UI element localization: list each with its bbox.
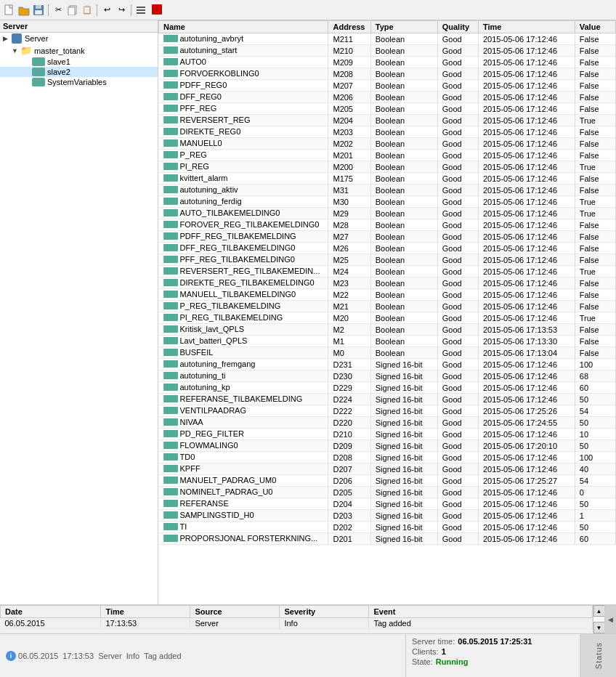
col-header-quality[interactable]: Quality	[437, 21, 478, 33]
cell-name-text: autotuning_ti	[180, 371, 226, 380]
table-row[interactable]: autotuning_ti D230 Signed 16-bit Good 20…	[159, 370, 616, 382]
col-header-time[interactable]: Time	[478, 21, 575, 33]
cell-name-text: TD0	[180, 453, 195, 461]
log-table-wrap[interactable]: Date Time Source Severity Event 06.05.20…	[0, 605, 593, 633]
col-header-value[interactable]: Value	[575, 21, 615, 33]
save-icon[interactable]	[32, 4, 45, 17]
tree-item-slave1[interactable]: ▶ slave1	[0, 57, 158, 67]
table-row[interactable]: autotuning_avbryt M211 Boolean Good 2015…	[159, 33, 616, 45]
cell-name: autotuning_avbryt	[159, 33, 328, 45]
table-row[interactable]: SAMPLINGSTID_H0 D203 Signed 16-bit Good …	[159, 510, 616, 522]
cell-time: 2015-05-06 17:12:46	[478, 359, 575, 370]
log-cell-date: 06.05.2015	[1, 618, 101, 629]
cell-name-text: MANUELL0	[180, 139, 222, 147]
content-area: Name Address Type Quality Time Value aut…	[158, 20, 616, 604]
cell-name-text: autotuning_ferdig	[180, 197, 242, 206]
row-tag-icon	[163, 395, 178, 402]
collapse-btn[interactable]: ◀	[604, 605, 616, 633]
log-col-severity[interactable]: Severity	[280, 606, 369, 618]
table-row[interactable]: autotuning_kp D229 Signed 16-bit Good 20…	[159, 382, 616, 394]
table-row[interactable]: REVERSERT_REG M204 Boolean Good 2015-05-…	[159, 115, 616, 126]
table-row[interactable]: AUTO_TILBAKEMELDING0 M29 Boolean Good 20…	[159, 208, 616, 219]
data-table[interactable]: Name Address Type Quality Time Value aut…	[158, 20, 616, 604]
log-col-source[interactable]: Source	[190, 606, 280, 618]
log-scrollbar[interactable]: ▲ ▼	[593, 605, 604, 633]
table-row[interactable]: PD_REG_FILTER D210 Signed 16-bit Good 20…	[159, 429, 616, 440]
tree-item-systemvariables[interactable]: ▶ SystemVariables	[0, 77, 158, 87]
cell-value: False	[575, 57, 615, 68]
row-tag-icon	[163, 35, 178, 42]
scroll-up-btn[interactable]: ▲	[593, 605, 605, 617]
table-row[interactable]: VENTILPAADRAG D222 Signed 16-bit Good 20…	[159, 405, 616, 417]
col-header-name[interactable]: Name	[159, 21, 328, 33]
table-row[interactable]: FOROVER_REG_TILBAKEMELDING0 M28 Boolean …	[159, 219, 616, 231]
cell-type: Signed 16-bit	[370, 382, 437, 394]
tree-item-server[interactable]: ▶ Server	[0, 33, 158, 44]
cell-name-text: PI_REG	[180, 162, 209, 171]
open-icon[interactable]	[17, 4, 31, 17]
paste-icon[interactable]: 📋	[81, 4, 94, 17]
table-row[interactable]: FORVOERKOBLING0 M208 Boolean Good 2015-0…	[159, 68, 616, 80]
log-col-time[interactable]: Time	[101, 606, 190, 618]
table-row[interactable]: P_REG_TILBAKEMELDING M21 Boolean Good 20…	[159, 301, 616, 312]
table-row[interactable]: kvittert_alarm M175 Boolean Good 2015-05…	[159, 173, 616, 185]
table-row[interactable]: REVERSERT_REG_TILBAKEMEDIN... M24 Boolea…	[159, 266, 616, 277]
table-row[interactable]: REFERANSE_TILBAKEMELDING D224 Signed 16-…	[159, 394, 616, 405]
cell-name-text: kvittert_alarm	[180, 174, 228, 182]
cell-name: autotuning_fremgang	[159, 359, 328, 370]
table-row[interactable]: MANUELL_TILBAKEMELDING0 M22 Boolean Good…	[159, 289, 616, 301]
cell-type: Signed 16-bit	[370, 370, 437, 382]
tree-item-master-totank[interactable]: ▼ 📁 master_totank	[0, 44, 158, 57]
log-col-event[interactable]: Event	[369, 606, 593, 618]
table-row[interactable]: PDFF_REG0 M207 Boolean Good 2015-05-06 1…	[159, 80, 616, 92]
table-row[interactable]: MANUELL0 M202 Boolean Good 2015-05-06 17…	[159, 138, 616, 150]
undo-icon[interactable]: ↩	[100, 4, 113, 17]
table-row[interactable]: MANUELT_PADRAG_UM0 D206 Signed 16-bit Go…	[159, 475, 616, 487]
table-row[interactable]: DFF_REG0 M206 Boolean Good 2015-05-06 17…	[159, 92, 616, 103]
cell-name-text: NOMINELT_PADRAG_U0	[180, 487, 273, 496]
table-row[interactable]: P_REG M201 Boolean Good 2015-05-06 17:12…	[159, 150, 616, 161]
options-icon[interactable]	[134, 4, 147, 17]
scroll-down-btn[interactable]: ▼	[593, 622, 605, 633]
table-row[interactable]: KPFF D207 Signed 16-bit Good 2015-05-06 …	[159, 463, 616, 475]
table-row[interactable]: Kritisk_lavt_QPLS M2 Boolean Good 2015-0…	[159, 324, 616, 336]
table-row[interactable]: TI D202 Signed 16-bit Good 2015-05-06 17…	[159, 522, 616, 533]
table-row[interactable]: PDFF_REG_TILBAKEMELDING M27 Boolean Good…	[159, 231, 616, 243]
tree-item-slave2[interactable]: ▶ slave2	[0, 67, 158, 77]
table-row[interactable]: PFF_REG M205 Boolean Good 2015-05-06 17:…	[159, 103, 616, 115]
redo-icon[interactable]: ↪	[115, 4, 128, 17]
table-row[interactable]: Lavt_batteri_QPLS M1 Boolean Good 2015-0…	[159, 336, 616, 347]
cell-quality: Good	[437, 382, 478, 394]
table-row[interactable]: autotuning_aktiv M31 Boolean Good 2015-0…	[159, 185, 616, 196]
new-icon[interactable]	[3, 4, 16, 17]
table-row[interactable]: NOMINELT_PADRAG_U0 D205 Signed 16-bit Go…	[159, 487, 616, 498]
table-row[interactable]: DFF_REG_TILBAKEMELDING0 M26 Boolean Good…	[159, 243, 616, 254]
table-row[interactable]: REFERANSE D204 Signed 16-bit Good 2015-0…	[159, 498, 616, 510]
table-row[interactable]: PI_REG M200 Boolean Good 2015-05-06 17:1…	[159, 161, 616, 173]
table-row[interactable]: autotuning_fremgang D231 Signed 16-bit G…	[159, 359, 616, 370]
log-col-date[interactable]: Date	[1, 606, 101, 618]
table-row[interactable]: PROPORSJONAL FORSTERKNING... D201 Signed…	[159, 533, 616, 545]
table-row[interactable]: BUSFEIL M0 Boolean Good 2015-05-06 17:13…	[159, 347, 616, 359]
log-time: 17:13:53	[62, 652, 94, 660]
table-row[interactable]: autotuning_ferdig M30 Boolean Good 2015-…	[159, 196, 616, 208]
cell-time: 2015-05-06 17:12:46	[478, 289, 575, 301]
table-row[interactable]: TD0 D208 Signed 16-bit Good 2015-05-06 1…	[159, 452, 616, 463]
server-time-row: Server time: 06.05.2015 17:25:31	[412, 637, 574, 646]
cut-icon[interactable]: ✂	[52, 4, 65, 17]
row-tag-icon	[163, 337, 178, 344]
col-header-type[interactable]: Type	[370, 21, 437, 33]
table-row[interactable]: AUTO0 M209 Boolean Good 2015-05-06 17:12…	[159, 57, 616, 68]
table-row[interactable]: DIREKTE_REG_TILBAKEMELDING0 M23 Boolean …	[159, 277, 616, 289]
col-header-address[interactable]: Address	[328, 21, 370, 33]
row-tag-icon	[163, 116, 178, 123]
table-row[interactable]: NIVAA D220 Signed 16-bit Good 2015-05-06…	[159, 417, 616, 429]
log-row[interactable]: 06.05.2015 17:13:53 Server Info Tag adde…	[1, 618, 593, 629]
cell-type: Boolean	[370, 173, 437, 185]
table-row[interactable]: FLOWMALING0 D209 Signed 16-bit Good 2015…	[159, 440, 616, 452]
copy-icon[interactable]	[66, 4, 79, 17]
table-row[interactable]: DIREKTE_REG0 M203 Boolean Good 2015-05-0…	[159, 126, 616, 138]
table-row[interactable]: autotuning_start M210 Boolean Good 2015-…	[159, 45, 616, 57]
table-row[interactable]: PI_REG_TILBAKEMELDING M20 Boolean Good 2…	[159, 312, 616, 324]
table-row[interactable]: PFF_REG_TILBAKEMELDING0 M25 Boolean Good…	[159, 254, 616, 266]
